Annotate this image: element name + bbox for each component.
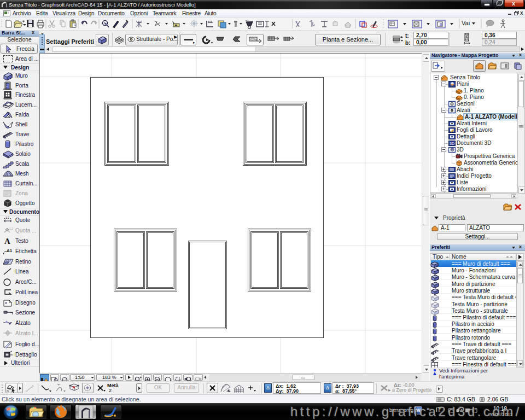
- svg-text:1.2: 1.2: [5, 216, 9, 219]
- svg-text:A: A: [4, 237, 10, 246]
- svg-text:3D: 3D: [450, 142, 454, 145]
- svg-text:1,2: 1,2: [9, 227, 13, 230]
- svg-text:A1: A1: [7, 248, 13, 253]
